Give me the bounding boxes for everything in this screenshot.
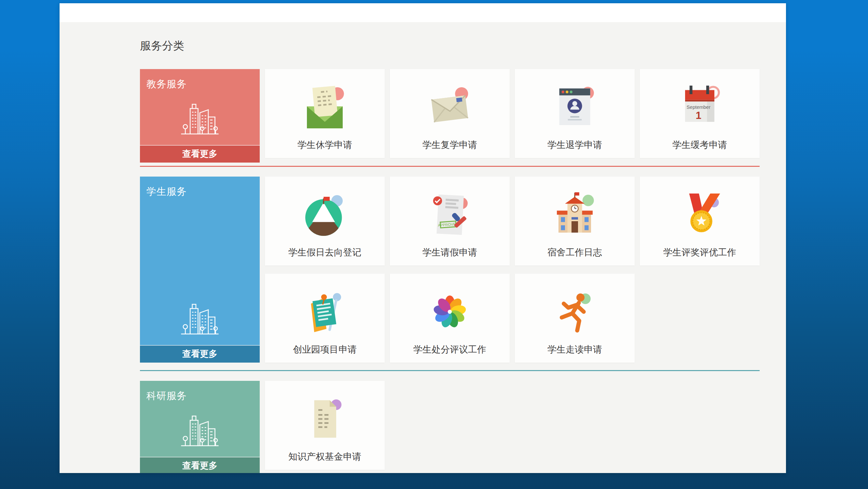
svg-text:September: September: [687, 104, 711, 110]
page-background: 服务分类 教务服务: [0, 0, 868, 489]
school-building-icon: [549, 190, 601, 239]
category-block-student-services[interactable]: 学生服务 查看: [140, 177, 260, 363]
card-withdrawal-application[interactable]: 学生退学申请: [515, 69, 634, 158]
category-title: 学生服务: [140, 177, 260, 198]
mountain-flag-icon: [299, 190, 351, 239]
card-label: 学生缓考申请: [673, 139, 727, 151]
approved-stamp-icon: APPROVED: [424, 190, 476, 239]
medal-icon: [674, 190, 726, 239]
card-leave-request[interactable]: APPROVED 学生请假申请: [390, 177, 510, 265]
card-exam-deferral-application[interactable]: September 1 学生缓考申请: [640, 69, 760, 158]
view-more-button[interactable]: 查看更多: [140, 345, 260, 363]
card-disciplinary-review[interactable]: 学生处分评议工作: [390, 274, 510, 363]
card-label: 学生请假申请: [423, 246, 477, 259]
card-entrepreneurship-project[interactable]: 创业园项目申请: [265, 274, 385, 363]
section-student-services: 学生服务 查看: [140, 177, 760, 363]
card-suspension-application[interactable]: 学生休学申请: [265, 69, 385, 158]
card-awards-evaluation[interactable]: 学生评奖评优工作: [640, 177, 760, 265]
city-buildings-icon: [179, 98, 221, 137]
card-label: 学生走读申请: [548, 343, 602, 356]
category-title: 科研服务: [140, 381, 260, 403]
card-ip-fund-application[interactable]: 知识产权基金申请: [265, 381, 385, 470]
card-day-student-application[interactable]: 学生走读申请: [515, 274, 634, 363]
card-label: 学生复学申请: [423, 139, 477, 151]
category-title: 教务服务: [140, 69, 260, 91]
city-buildings-icon: [179, 298, 221, 337]
section-divider-red: [140, 166, 760, 167]
card-label: 宿舍工作日志: [548, 246, 602, 259]
panel-body: 服务分类 教务服务: [60, 22, 786, 473]
section-divider-teal: [140, 370, 760, 371]
panel-header-bar: [60, 3, 786, 22]
card-label: 学生假日去向登记: [288, 246, 361, 259]
card-label: 学生评奖评优工作: [663, 246, 736, 259]
clipboard-pin-icon: [299, 287, 351, 336]
view-more-button[interactable]: 查看更多: [140, 457, 260, 473]
page-title: 服务分类: [140, 39, 786, 53]
card-label: 知识产权基金申请: [288, 451, 361, 463]
card-resumption-application[interactable]: 学生复学申请: [390, 69, 510, 158]
envelope-open-letter-icon: [299, 83, 351, 132]
section-academic-affairs: 教务服务 查看: [140, 69, 760, 163]
calendar-icon: September 1: [674, 83, 726, 132]
svg-text:1: 1: [696, 110, 701, 121]
running-person-icon: [549, 287, 601, 336]
card-holiday-destination-registration[interactable]: 学生假日去向登记: [265, 177, 385, 265]
category-block-academic-affairs[interactable]: 教务服务 查看: [140, 69, 260, 163]
card-label: 学生退学申请: [548, 139, 602, 151]
card-dorm-work-log[interactable]: 宿舍工作日志: [515, 177, 634, 265]
card-label: 创业园项目申请: [293, 343, 357, 356]
card-label: 学生处分评议工作: [413, 343, 486, 356]
document-fold-icon: [299, 395, 351, 443]
color-wheel-icon: [424, 287, 476, 336]
content-panel: 服务分类 教务服务: [60, 3, 786, 473]
view-more-button[interactable]: 查看更多: [140, 145, 260, 163]
city-buildings-icon: [179, 410, 221, 449]
browser-profile-icon: [549, 83, 601, 132]
category-block-research-services[interactable]: 科研服务 查看: [140, 381, 260, 473]
section-research-services: 科研服务 查看: [140, 381, 760, 473]
envelope-closed-icon: [424, 83, 476, 132]
card-label: 学生休学申请: [298, 139, 352, 151]
